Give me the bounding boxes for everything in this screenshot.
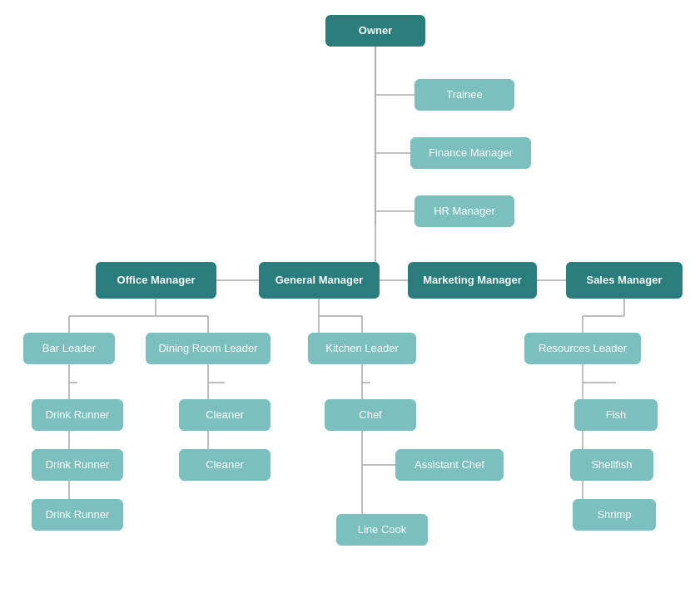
node-shellfish: Shellfish xyxy=(570,449,653,481)
node-office_manager: Office Manager xyxy=(96,262,216,299)
node-drink_runner3: Drink Runner xyxy=(32,499,123,531)
node-sales_manager: Sales Manager xyxy=(566,262,683,299)
node-drink_runner2: Drink Runner xyxy=(32,449,123,481)
node-cleaner1: Cleaner xyxy=(179,399,271,431)
org-chart: OwnerTraineeFinance ManagerHR ManagerOff… xyxy=(0,0,700,593)
node-hr_manager: HR Manager xyxy=(415,195,514,227)
node-cleaner2: Cleaner xyxy=(179,449,271,481)
node-kitchen_leader: Kitchen Leader xyxy=(308,333,416,364)
node-owner: Owner xyxy=(325,15,425,47)
node-drink_runner1: Drink Runner xyxy=(32,399,123,431)
node-bar_leader: Bar Leader xyxy=(23,333,115,364)
node-marketing_manager: Marketing Manager xyxy=(408,262,537,299)
node-line_cook: Line Cook xyxy=(336,514,428,546)
node-fish: Fish xyxy=(574,399,658,431)
node-dining_room_leader: Dining Room Leader xyxy=(146,333,271,364)
node-trainee: Trainee xyxy=(415,79,514,111)
node-shrimp: Shrimp xyxy=(573,499,656,531)
node-chef: Chef xyxy=(325,399,416,431)
node-assistant_chef: Assistant Chef xyxy=(395,449,504,481)
node-general_manager: General Manager xyxy=(259,262,380,299)
node-finance_manager: Finance Manager xyxy=(410,137,531,169)
node-resources_leader: Resources Leader xyxy=(524,333,641,364)
